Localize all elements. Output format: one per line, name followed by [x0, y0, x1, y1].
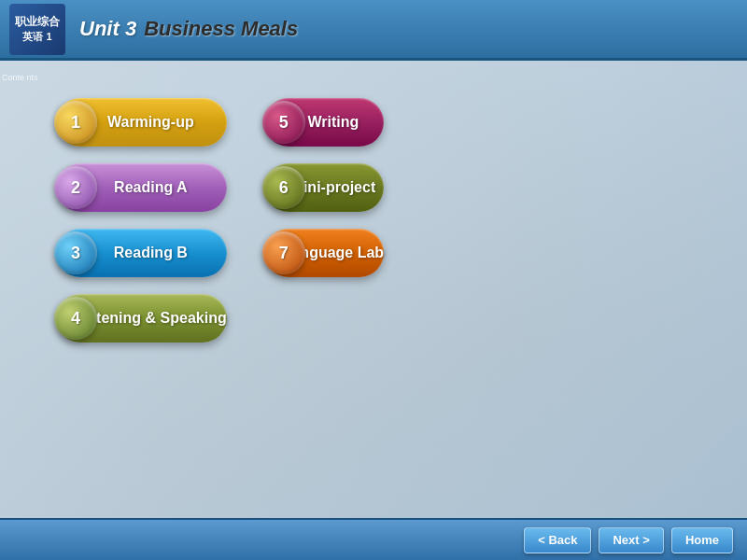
nav-button-reading-a[interactable]: 2Reading A [56, 163, 227, 212]
nav-button-writing[interactable]: 5Writing [264, 98, 384, 147]
header-bar: 职业综合 英语 1 Unit 3 Business Meals [0, 0, 747, 61]
right-column: 5Writing6Mini-project7Language Lab [264, 98, 384, 277]
unit-label: Unit 3 [79, 17, 136, 41]
nav-button-warmup[interactable]: 1Warming-up [56, 98, 227, 147]
logo-box: 职业综合 英语 1 [9, 4, 65, 55]
button-badge-languagelab: 7 [262, 231, 305, 274]
back-button[interactable]: < Back [524, 527, 591, 553]
button-badge-listening: 4 [54, 297, 97, 340]
button-badge-writing: 5 [262, 101, 305, 144]
bottom-navigation-bar: < Back Next > Home [0, 518, 747, 560]
button-badge-miniproject: 6 [262, 166, 305, 209]
nav-button-miniproject[interactable]: 6Mini-project [264, 163, 384, 212]
button-badge-warmup: 1 [54, 101, 97, 144]
logo-line1: 职业综合 [15, 14, 60, 30]
main-content: 1Warming-up2Reading A3Reading B4Listenin… [0, 70, 747, 371]
left-column: 1Warming-up2Reading A3Reading B4Listenin… [56, 98, 227, 343]
home-button[interactable]: Home [671, 527, 733, 553]
next-button[interactable]: Next > [599, 527, 663, 553]
button-badge-reading-b: 3 [54, 231, 97, 274]
nav-button-languagelab[interactable]: 7Language Lab [264, 229, 384, 277]
logo-line2: 英语 1 [22, 30, 51, 44]
unit-name: Business Meals [144, 17, 298, 41]
nav-button-reading-b[interactable]: 3Reading B [56, 229, 227, 277]
button-badge-reading-a: 2 [54, 166, 97, 209]
nav-button-listening[interactable]: 4Listening & Speaking [56, 294, 227, 343]
title-area: Unit 3 Business Meals [79, 17, 298, 41]
